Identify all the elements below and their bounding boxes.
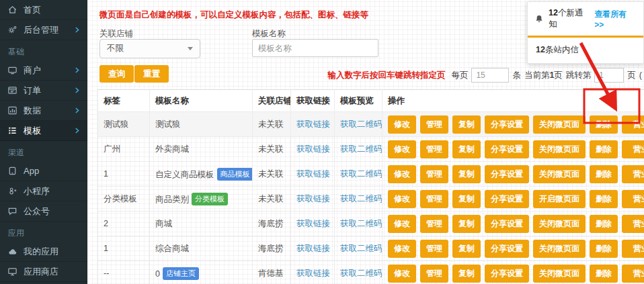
edit-button[interactable]: 修改: [388, 265, 416, 283]
share-settings-button[interactable]: 分享设置: [485, 115, 529, 134]
business-hours-button[interactable]: 营业时间: [622, 215, 644, 233]
toggle-micropage-button[interactable]: 关闭微页面: [533, 265, 586, 283]
get-link[interactable]: 获取链接: [296, 169, 330, 179]
jump-page-input[interactable]: [594, 68, 624, 83]
monitor-icon: [7, 65, 17, 75]
chat-icon: [7, 206, 17, 216]
sidebar-item-templates[interactable]: 模板: [0, 121, 87, 141]
template-name-input[interactable]: [252, 39, 378, 57]
share-settings-button[interactable]: 分享设置: [485, 190, 529, 208]
delete-button[interactable]: 删除: [590, 165, 618, 183]
col-shop: 关联店铺: [253, 90, 291, 112]
sidebar-item-my-apps[interactable]: 我的应用: [0, 242, 87, 262]
table-row: 测试狼测试狼未关联获取链接获取二维码修改管理复制分享设置关闭微页面删除营业时间: [98, 112, 644, 137]
get-link[interactable]: 获取链接: [296, 219, 330, 228]
chevron-right-icon: [73, 87, 81, 94]
toggle-micropage-button[interactable]: 关闭微页面: [533, 115, 586, 134]
share-settings-button[interactable]: 分享设置: [485, 165, 529, 183]
delete-button[interactable]: 删除: [590, 140, 618, 158]
business-hours-button[interactable]: 营业时间: [622, 265, 644, 283]
cell-tag: 2: [98, 211, 150, 236]
toggle-micropage-button[interactable]: 关闭微页面: [533, 215, 586, 233]
sidebar-section-channels: 渠道: [0, 141, 87, 161]
sidebar-item-app-store[interactable]: 应用商店: [0, 262, 87, 282]
toggle-micropage-button[interactable]: 关闭微页面: [533, 140, 586, 158]
shop-filter-select[interactable]: 不限: [99, 39, 200, 58]
business-hours-button[interactable]: 营业时间: [622, 115, 644, 134]
get-qr-link[interactable]: 获取二维码: [340, 144, 383, 154]
delete-button[interactable]: 删除: [590, 240, 618, 258]
notification-count: 12个新通知: [549, 7, 590, 30]
delete-button[interactable]: 删除: [590, 215, 618, 233]
share-settings-button[interactable]: 分享设置: [485, 265, 529, 283]
get-link[interactable]: 获取链接: [296, 269, 330, 278]
business-hours-button[interactable]: 营业时间: [622, 140, 644, 158]
sidebar-item-merchant[interactable]: 商户: [0, 60, 87, 81]
edit-button[interactable]: 修改: [388, 215, 416, 233]
per-page-input[interactable]: [471, 68, 509, 83]
get-link[interactable]: 获取链接: [296, 120, 330, 129]
notification-message[interactable]: 12条站内信: [528, 38, 643, 63]
share-settings-button[interactable]: 分享设置: [485, 240, 529, 258]
search-button[interactable]: 查询: [99, 65, 134, 83]
get-qr-link[interactable]: 获取二维码: [340, 169, 383, 179]
manage-button[interactable]: 管理: [420, 265, 448, 283]
get-qr-link[interactable]: 获取二维码: [340, 244, 383, 253]
share-settings-button[interactable]: 分享设置: [485, 140, 529, 158]
cell-shop: 未关联: [253, 162, 291, 187]
delete-button[interactable]: 删除: [590, 115, 618, 134]
sidebar-item-orders[interactable]: 订单: [0, 81, 87, 101]
business-hours-button[interactable]: 营业时间: [622, 165, 644, 183]
manage-button[interactable]: 管理: [420, 165, 448, 183]
business-hours-button[interactable]: 营业时间: [622, 190, 644, 208]
get-qr-link[interactable]: 获取二维码: [340, 194, 383, 203]
sidebar-item-data[interactable]: 数据: [0, 101, 87, 121]
copy-button[interactable]: 复制: [452, 215, 481, 233]
copy-button[interactable]: 复制: [452, 240, 481, 258]
sidebar-item-home[interactable]: 首页: [0, 0, 87, 20]
sidebar-item-admin[interactable]: 后台管理: [0, 20, 87, 40]
sidebar-item-miniprogram[interactable]: 小程序: [0, 181, 87, 201]
toggle-micropage-button[interactable]: 开启微页面: [533, 190, 586, 208]
app-icon: [7, 166, 17, 176]
cell-tag: 测试狼: [98, 112, 150, 137]
cell-shop: 未关联: [253, 187, 291, 211]
chevron-right-icon: [73, 66, 81, 74]
get-link[interactable]: 获取链接: [296, 144, 330, 154]
share-settings-button[interactable]: 分享设置: [485, 215, 529, 233]
business-hours-button[interactable]: 营业时间: [622, 240, 644, 258]
manage-button[interactable]: 管理: [420, 140, 448, 158]
get-qr-link[interactable]: 获取二维码: [340, 120, 383, 129]
toggle-micropage-button[interactable]: 关闭微页面: [533, 240, 586, 258]
sidebar-item-label: 小程序: [24, 185, 50, 197]
get-qr-link[interactable]: 获取二维码: [340, 269, 383, 278]
manage-button[interactable]: 管理: [420, 240, 448, 258]
get-link[interactable]: 获取链接: [296, 194, 330, 203]
edit-button[interactable]: 修改: [388, 240, 416, 258]
manage-button[interactable]: 管理: [420, 190, 448, 208]
notification-header: 12个新通知 查看所有 >>: [528, 2, 643, 38]
reset-button[interactable]: 重置: [134, 65, 169, 83]
edit-button[interactable]: 修改: [388, 165, 416, 183]
view-all-link[interactable]: 查看所有 >>: [594, 9, 637, 30]
delete-button[interactable]: 删除: [590, 265, 618, 283]
manage-button[interactable]: 管理: [420, 115, 448, 134]
delete-button[interactable]: 删除: [590, 190, 618, 208]
orders-icon: [7, 85, 17, 95]
copy-button[interactable]: 复制: [452, 115, 481, 134]
get-qr-link[interactable]: 获取二维码: [340, 219, 383, 228]
copy-button[interactable]: 复制: [452, 265, 481, 283]
edit-button[interactable]: 修改: [388, 115, 416, 134]
edit-button[interactable]: 修改: [388, 140, 416, 158]
sidebar-item-app[interactable]: App: [0, 161, 87, 181]
col-link: 获取链接: [291, 90, 335, 112]
copy-button[interactable]: 复制: [452, 140, 481, 158]
manage-button[interactable]: 管理: [420, 215, 448, 233]
edit-button[interactable]: 修改: [388, 190, 416, 208]
copy-button[interactable]: 复制: [452, 165, 481, 183]
templates-table: 标签 模板名称 关联店铺 获取链接 模板预览 操作 测试狼测试狼未关联获取链接获…: [97, 89, 644, 284]
copy-button[interactable]: 复制: [452, 190, 481, 208]
get-link[interactable]: 获取链接: [296, 244, 330, 253]
toggle-micropage-button[interactable]: 关闭微页面: [533, 165, 586, 183]
sidebar-item-official-account[interactable]: 公众号: [0, 201, 87, 222]
